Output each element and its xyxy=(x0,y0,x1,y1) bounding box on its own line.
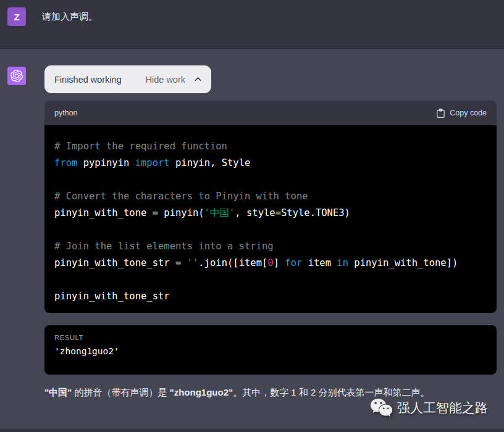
openai-logo-icon xyxy=(10,70,23,82)
next-section-edge xyxy=(0,429,504,432)
code-line: pinyin_with_tone = pinyin('中国', style=St… xyxy=(54,205,487,222)
work-status-label: Finished working xyxy=(54,75,146,85)
clipboard-icon xyxy=(436,108,445,118)
result-label: RESULT xyxy=(54,334,487,341)
code-line: from pypinyin import pinyin, Style xyxy=(54,155,487,172)
chevron-up-icon[interactable] xyxy=(193,75,203,84)
code-line xyxy=(54,222,487,238)
code-line: # Convert the characters to Pinyin with … xyxy=(54,188,487,205)
copy-code-button[interactable]: Copy code xyxy=(436,108,487,118)
watermark-text: 强人工智能之路 xyxy=(397,399,488,417)
assistant-message-row: Finished working Hide work python xyxy=(0,49,504,429)
code-block-header: python Copy code xyxy=(44,101,497,125)
code-language-label: python xyxy=(54,109,436,117)
code-line xyxy=(54,172,487,188)
code-line: pinyin_with_tone_str = ''.join([item[0] … xyxy=(54,255,487,272)
user-avatar: Z xyxy=(7,7,26,26)
code-line: pinyin_with_tone_str xyxy=(54,288,487,305)
code-line xyxy=(54,272,487,288)
assistant-content: Finished working Hide work python xyxy=(44,49,497,400)
wechat-icon xyxy=(370,397,393,418)
code-line: # Join the list elements into a string xyxy=(54,238,487,255)
result-value: 'zhong1guo2' xyxy=(54,346,487,356)
user-message-text: 请加入声调。 xyxy=(42,7,98,26)
watermark: 强人工智能之路 xyxy=(370,397,488,418)
copy-code-label: Copy code xyxy=(450,109,487,117)
code-content: # Import the required functionfrom pypin… xyxy=(44,125,497,313)
user-avatar-letter: Z xyxy=(14,12,19,22)
user-message-row: Z 请加入声调。 xyxy=(0,0,504,49)
assistant-avatar xyxy=(7,67,26,85)
result-block: RESULT 'zhong1guo2' xyxy=(44,325,497,375)
code-line: # Import the required function xyxy=(54,138,487,155)
code-block: python Copy code # Import the required f… xyxy=(44,101,497,313)
hide-work-button[interactable]: Hide work xyxy=(146,75,185,85)
work-toggle-pill[interactable]: Finished working Hide work xyxy=(44,65,211,93)
